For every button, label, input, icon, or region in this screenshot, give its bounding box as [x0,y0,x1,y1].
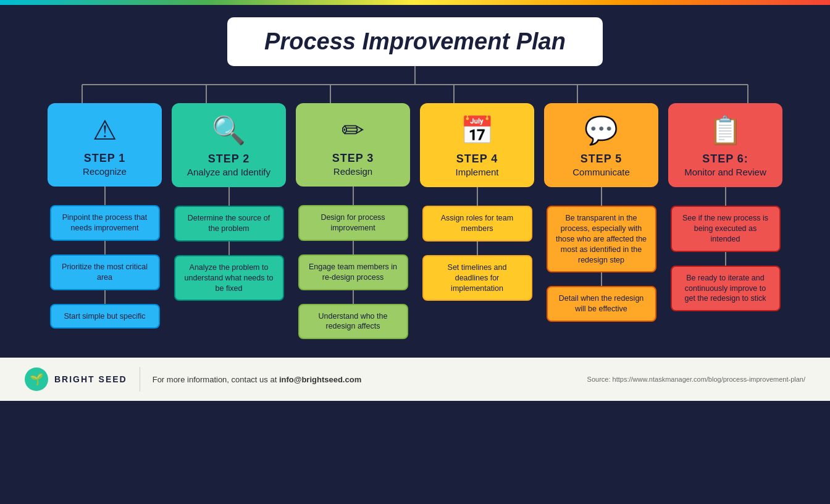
sub-items-1: Pinpoint the process that needs improvem… [48,205,162,329]
sub-connector-4-1 [477,242,478,255]
step-icon-4: 📅 [427,114,527,146]
step-connector-3 [353,187,354,205]
step-connector-4 [477,187,478,206]
sub-item-3-2: Engage team members in re-design process [298,254,408,290]
step-icon-1: ⚠ [55,114,154,146]
step-card-4: 📅STEP 4Implement [420,103,534,187]
sub-item-2-2: Analyze the problem to understand what n… [174,255,284,301]
step-icon-3: ✏ [303,114,403,146]
sub-items-6: See if the new process is being executed… [668,206,782,311]
sub-item-4-2: Set timelines and deadlines for implemen… [422,255,532,301]
brand-logo: 🌱 [25,368,48,391]
sub-items-3: Design for process improvementEngage tea… [296,205,410,339]
step-column-1: ⚠STEP 1RecognizePinpoint the process tha… [48,103,162,329]
title-box: Process Improvement Plan [227,17,603,66]
sub-connector-5-1 [601,272,602,286]
step-number-1: STEP 1 [55,152,154,165]
step-column-5: 💬STEP 5CommunicateBe transparent in the … [544,103,658,322]
sub-connector-2-1 [228,242,230,255]
footer: 🌱 BRIGHT SEED For more information, cont… [0,358,830,401]
contact-text: For more information, contact us at [153,375,279,384]
footer-divider [140,367,140,392]
title-container: Process Improvement Plan [25,17,805,66]
sub-item-3-1: Design for process improvement [298,205,408,241]
sub-item-6-2: Be ready to iterate and continuously imp… [671,266,781,312]
sub-item-6-1: See if the new process is being executed… [671,206,781,252]
step-column-3: ✏STEP 3RedesignDesign for process improv… [296,103,410,339]
step-connector-2 [228,187,230,206]
sub-connector-1-2 [104,290,106,304]
footer-source: Source: https://www.ntaskmanager.com/blo… [587,376,805,383]
contact-email[interactable]: info@brightseed.com [279,375,361,384]
step-icon-5: 💬 [551,114,651,146]
step-card-1: ⚠STEP 1Recognize [48,103,162,187]
main-content: Process Improvement Plan ⚠STEP 1Recogniz… [0,5,830,345]
diagram-wrapper: ⚠STEP 1RecognizePinpoint the process tha… [25,66,805,339]
step-connector-6 [725,187,726,206]
sub-connector-1-1 [104,241,106,254]
step-connector-5 [601,187,602,206]
step-number-4: STEP 4 [427,153,527,166]
sub-connector-6-1 [725,252,726,266]
sub-item-1-1: Pinpoint the process that needs improvem… [50,205,160,241]
footer-brand: 🌱 BRIGHT SEED [25,368,127,391]
step-card-3: ✏STEP 3Redesign [296,103,410,187]
steps-row: ⚠STEP 1RecognizePinpoint the process tha… [25,103,805,339]
brand-name: BRIGHT SEED [54,374,127,384]
sub-item-5-2: Detail when the redesign will be effecti… [547,286,656,322]
step-icon-6: 📋 [676,114,775,146]
step-connector-1 [104,187,106,205]
step-card-2: 🔍STEP 2Analyze and Identify [172,103,286,187]
step-number-5: STEP 5 [551,153,651,166]
footer-contact: For more information, contact us at info… [153,375,362,384]
sub-items-5: Be transparent in the process, especiall… [544,206,658,322]
sub-item-1-2: Prioritize the most critical area [50,254,160,290]
page-title: Process Improvement Plan [264,28,566,55]
sub-items-2: Determine the source of the problemAnaly… [172,206,286,301]
step-title-6: Monitor and Review [676,167,775,177]
step-number-3: STEP 3 [303,152,403,165]
step-card-5: 💬STEP 5Communicate [544,103,658,187]
sub-item-3-3: Understand who the redesign affects [298,304,408,340]
sub-item-4-1: Assign roles for team members [422,206,532,242]
step-title-5: Communicate [551,167,651,177]
step-icon-2: 🔍 [179,114,279,146]
step-column-2: 🔍STEP 2Analyze and IdentifyDetermine the… [172,103,286,301]
step-number-2: STEP 2 [179,153,279,166]
step-title-1: Recognize [55,166,154,177]
sub-connector-3-2 [353,290,354,304]
sub-item-5-1: Be transparent in the process, especiall… [547,206,656,272]
sub-items-4: Assign roles for team membersSet timelin… [420,206,534,301]
step-card-6: 📋STEP 6:Monitor and Review [668,103,782,187]
sub-item-2-1: Determine the source of the problem [174,206,284,242]
step-number-6: STEP 6: [676,153,775,166]
step-column-4: 📅STEP 4ImplementAssign roles for team me… [420,103,534,301]
sub-connector-3-1 [353,241,354,254]
step-title-2: Analyze and Identify [179,167,279,177]
step-title-4: Implement [427,167,527,177]
top-rainbow-bar [0,0,830,5]
step-column-6: 📋STEP 6:Monitor and ReviewSee if the new… [668,103,782,311]
sub-item-1-3: Start simple but specific [50,304,160,329]
step-title-3: Redesign [303,166,403,177]
